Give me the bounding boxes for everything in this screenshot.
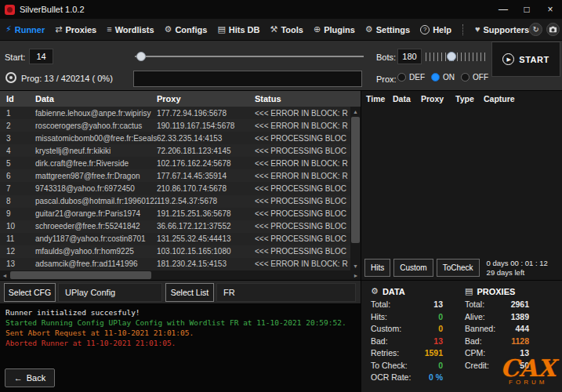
- table-row[interactable]: 12mfaulds@yahoo.fr:hom9225103.102.15.165…: [0, 245, 350, 258]
- prox-radio-def[interactable]: DEF: [397, 73, 425, 82]
- stat-value: 1128: [511, 336, 529, 348]
- scroll-left-icon[interactable]: ◄: [0, 270, 9, 280]
- table-row[interactable]: 11andy1187@yahoo.fr:costin8701131.255.32…: [0, 233, 350, 245]
- hits-column-header-type: Type: [455, 94, 484, 103]
- table-row[interactable]: 8pascal.dubos@hotmail.fr:19960122119.2.5…: [0, 195, 350, 208]
- cell-proxy: 181.230.24.15:4153: [157, 260, 255, 268]
- proxies-stats-header: ▤ PROXIES: [465, 286, 529, 296]
- prox-radio-off[interactable]: OFF: [461, 73, 488, 82]
- tab-hits[interactable]: Hits: [364, 259, 390, 277]
- bots-input[interactable]: [397, 49, 422, 64]
- cell-proxy: 210.86.170.74:5678: [157, 184, 255, 193]
- nav-item-help[interactable]: ?Help: [420, 25, 451, 34]
- table-row[interactable]: 4krystellj@neuf.fr:kikiki72.206.181.123:…: [0, 144, 350, 157]
- stat-label: To Check:: [371, 360, 408, 372]
- wordlists-icon: ≡: [107, 25, 111, 34]
- stat-label: CPM:: [465, 347, 485, 360]
- start-slider-thumb[interactable]: [136, 52, 146, 61]
- cell-id: 11: [6, 234, 35, 243]
- cell-data: 9743318@yahoo.fr:6972450: [35, 184, 157, 193]
- horizontal-scrollbar-thumb[interactable]: [10, 271, 151, 279]
- table-row[interactable]: 13adsamcik@free.fr:ad1141996181.230.24.1…: [0, 258, 350, 270]
- maximize-button[interactable]: □: [515, 0, 538, 19]
- cell-proxy: 103.102.15.165:1080: [157, 247, 255, 256]
- wordlist-name-field: FR: [216, 283, 356, 302]
- days-left: 29 days left: [487, 268, 548, 278]
- configs-icon: ⚙: [165, 25, 172, 34]
- proxies-section-icon: ▤: [465, 286, 473, 296]
- back-button[interactable]: ← Back: [5, 368, 55, 387]
- radio-icon: [397, 73, 406, 82]
- cell-id: 5: [6, 159, 35, 168]
- tab-custom[interactable]: Custom: [393, 259, 433, 277]
- tools-icon: ⚒: [270, 25, 278, 34]
- cell-status: <<< PROCESSING BLOC: [255, 197, 350, 205]
- nav-item-hits-db[interactable]: ▤Hits DB: [217, 25, 259, 34]
- start-label: Start:: [5, 53, 25, 62]
- nav-item-settings[interactable]: ⚙Settings: [365, 25, 410, 34]
- scroll-up-icon[interactable]: ▲: [350, 107, 361, 116]
- nav-item-plugins[interactable]: ⊕Plugins: [314, 25, 355, 34]
- scroll-down-icon[interactable]: ▼: [350, 261, 361, 270]
- close-button[interactable]: ×: [538, 0, 562, 19]
- stat-total: Total:2961: [465, 299, 529, 311]
- stat-value: 0: [438, 311, 443, 324]
- app-window: SilverBullet 1.0.2 — □ × ⚡Runner⇄Proxies…: [0, 0, 562, 392]
- minimize-button[interactable]: —: [491, 0, 515, 19]
- cell-id: 8: [6, 197, 35, 205]
- table-row[interactable]: 1fabienne.lehoux@anpe.fr:wipirisy177.72.…: [0, 107, 350, 119]
- cell-status: <<< PROCESSING BLOC: [255, 184, 350, 193]
- start-slider[interactable]: [135, 52, 364, 61]
- cell-proxy: 191.215.251.36:5678: [157, 209, 255, 218]
- results-table-header: IdDataProxyStatus: [0, 91, 361, 107]
- nav-item-wordlists[interactable]: ≡Wordlists: [107, 25, 154, 34]
- stat-value: 1591: [425, 347, 443, 360]
- cell-data: roscoerogers@yahoo.fr:cactus: [35, 122, 157, 130]
- table-row[interactable]: 10schroeeder@free.fr:5524184236.66.172.1…: [0, 220, 350, 233]
- stat-hits: Hits:0: [371, 311, 443, 324]
- table-row[interactable]: 2roscoerogers@yahoo.fr:cactus190.119.167…: [0, 119, 350, 132]
- nav-item-runner[interactable]: ⚡Runner: [5, 25, 45, 34]
- nav-item-supporters[interactable]: ♥Supporters: [475, 25, 529, 34]
- stat-label: Bad:: [465, 336, 482, 348]
- cell-id: 12: [6, 247, 35, 256]
- start-input[interactable]: [29, 49, 53, 64]
- prox-label: Prox:: [376, 74, 397, 84]
- stat-alive: Alive:1389: [465, 311, 529, 324]
- cell-id: 3: [6, 134, 35, 143]
- stat-value: 0 %: [429, 372, 443, 384]
- scroll-right-icon[interactable]: ►: [351, 270, 361, 280]
- select-cfg-button[interactable]: Select CFG: [4, 283, 56, 302]
- screenshot-icon[interactable]: [546, 23, 560, 36]
- horizontal-scrollbar[interactable]: ◄ ►: [0, 270, 361, 280]
- table-row[interactable]: 6mattgreen987@free.fr:Dragon177.67.14.45…: [0, 169, 350, 182]
- nav-item-configs[interactable]: ⚙Configs: [165, 25, 208, 34]
- stat-value: 0: [438, 360, 443, 372]
- bots-slider[interactable]: [426, 49, 488, 64]
- select-list-button[interactable]: Select List: [165, 283, 214, 302]
- config-bar: Select CFG UPlay Config Select List FR: [0, 280, 361, 303]
- cell-id: 7: [6, 184, 35, 193]
- update-history-icon[interactable]: ↻: [529, 23, 542, 36]
- table-row[interactable]: 79743318@yahoo.fr:6972450210.86.170.74:5…: [0, 182, 350, 194]
- table-row[interactable]: 3missatomicbomb00@free.fr:Eseals862.33.2…: [0, 132, 350, 144]
- hits-panel-header: TimeDataProxyTypeCapture: [361, 91, 562, 107]
- runner-controls: Start: Bots: ▶ START Prog: 13 / 420214 (…: [0, 41, 562, 90]
- radio-icon: [461, 73, 470, 82]
- table-row[interactable]: 5dirk.craft@free.fr:Riverside102.176.162…: [0, 157, 350, 169]
- vertical-scrollbar-thumb[interactable]: [351, 117, 360, 243]
- cell-status: <<< PROCESSING BLOC: [255, 209, 350, 218]
- nav-item-proxies[interactable]: ⇄Proxies: [55, 25, 96, 34]
- prox-radio-group: DEFONOFF: [397, 73, 488, 82]
- data-section-title: DATA: [383, 287, 405, 296]
- nav-item-tools[interactable]: ⚒Tools: [270, 25, 303, 34]
- prox-radio-on[interactable]: ON: [431, 73, 455, 82]
- data-stats-section: ⚙ DATA Total:13Hits:0Custom:0Bad:13Retri…: [371, 286, 443, 384]
- vertical-scrollbar[interactable]: ▲ ▼: [350, 107, 361, 270]
- stat-label: Bad:: [371, 336, 388, 348]
- bots-slider-thumb[interactable]: [447, 52, 456, 61]
- table-row[interactable]: 9guitar21@orange.fr:Paris1974191.215.251…: [0, 208, 350, 220]
- start-button[interactable]: ▶ START: [491, 42, 560, 77]
- prox-radio-label: OFF: [473, 73, 488, 82]
- tab-tocheck[interactable]: ToCheck: [437, 259, 480, 277]
